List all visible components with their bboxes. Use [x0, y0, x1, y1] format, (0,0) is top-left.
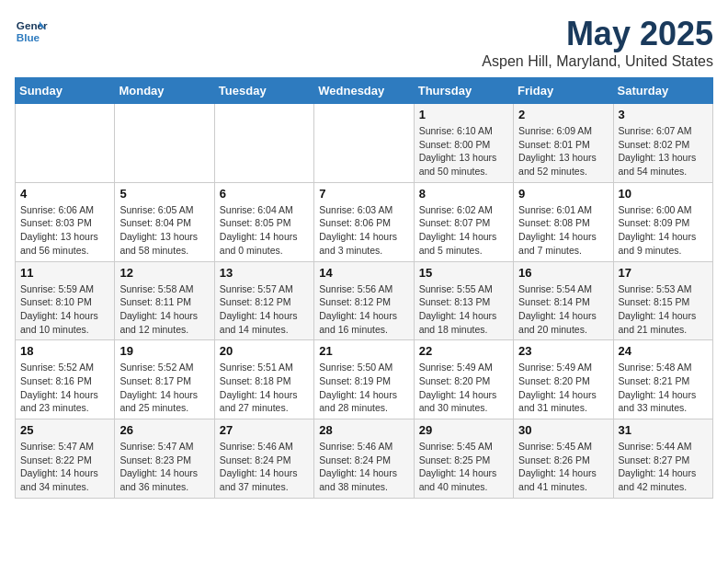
day-info: Sunrise: 5:51 AM Sunset: 8:18 PM Dayligh…	[220, 361, 309, 415]
day-info: Sunrise: 5:45 AM Sunset: 8:25 PM Dayligh…	[419, 440, 508, 494]
location-title: Aspen Hill, Maryland, United States	[482, 53, 713, 70]
day-number: 3	[619, 108, 708, 121]
day-info: Sunrise: 6:05 AM Sunset: 8:04 PM Dayligh…	[119, 203, 209, 258]
day-info: Sunrise: 5:52 AM Sunset: 8:16 PM Dayligh…	[20, 361, 109, 415]
day-number: 23	[518, 344, 608, 358]
day-info: Sunrise: 5:47 AM Sunset: 8:23 PM Dayligh…	[119, 440, 209, 494]
day-number: 6	[220, 187, 309, 201]
day-number: 7	[319, 187, 408, 201]
calendar-cell: 24Sunrise: 5:48 AM Sunset: 8:21 PM Dayli…	[613, 340, 712, 419]
day-info: Sunrise: 6:03 AM Sunset: 8:06 PM Dayligh…	[319, 203, 408, 258]
day-number: 13	[220, 266, 309, 280]
day-number: 29	[419, 423, 508, 437]
logo-icon: General Blue	[15, 15, 48, 48]
calendar-cell: 28Sunrise: 5:46 AM Sunset: 8:24 PM Dayli…	[314, 419, 414, 499]
calendar-cell: 18Sunrise: 5:52 AM Sunset: 8:16 PM Dayli…	[16, 340, 115, 419]
calendar-cell: 20Sunrise: 5:51 AM Sunset: 8:18 PM Dayli…	[214, 340, 313, 419]
calendar-cell: 23Sunrise: 5:49 AM Sunset: 8:20 PM Dayli…	[514, 340, 613, 419]
day-info: Sunrise: 5:47 AM Sunset: 8:22 PM Dayligh…	[20, 440, 109, 494]
calendar-cell: 9Sunrise: 6:01 AM Sunset: 8:08 PM Daylig…	[514, 182, 613, 261]
week-row-4: 18Sunrise: 5:52 AM Sunset: 8:16 PM Dayli…	[16, 340, 713, 419]
day-info: Sunrise: 5:54 AM Sunset: 8:14 PM Dayligh…	[518, 282, 608, 337]
day-info: Sunrise: 6:00 AM Sunset: 8:09 PM Dayligh…	[619, 203, 708, 258]
header: General Blue May 2025 Aspen Hill, Maryla…	[15, 15, 713, 70]
calendar-cell: 15Sunrise: 5:55 AM Sunset: 8:13 PM Dayli…	[414, 261, 513, 340]
calendar-cell: 13Sunrise: 5:57 AM Sunset: 8:12 PM Dayli…	[214, 261, 313, 340]
calendar-cell	[16, 104, 115, 183]
day-info: Sunrise: 5:52 AM Sunset: 8:17 PM Dayligh…	[119, 361, 209, 415]
day-number: 15	[419, 266, 508, 280]
day-number: 8	[419, 187, 508, 201]
calendar-cell	[115, 104, 214, 183]
day-info: Sunrise: 5:56 AM Sunset: 8:12 PM Dayligh…	[319, 282, 408, 337]
calendar-cell	[314, 104, 414, 183]
calendar-cell: 17Sunrise: 5:53 AM Sunset: 8:15 PM Dayli…	[613, 261, 712, 340]
day-info: Sunrise: 6:06 AM Sunset: 8:03 PM Dayligh…	[20, 203, 109, 258]
day-header-tuesday: Tuesday	[214, 78, 313, 104]
day-info: Sunrise: 5:57 AM Sunset: 8:12 PM Dayligh…	[220, 282, 309, 337]
day-number: 27	[220, 423, 309, 437]
day-info: Sunrise: 6:07 AM Sunset: 8:02 PM Dayligh…	[619, 124, 708, 178]
calendar-cell: 16Sunrise: 5:54 AM Sunset: 8:14 PM Dayli…	[514, 261, 613, 340]
day-info: Sunrise: 5:50 AM Sunset: 8:19 PM Dayligh…	[319, 361, 408, 415]
day-number: 16	[518, 266, 608, 280]
calendar-cell: 3Sunrise: 6:07 AM Sunset: 8:02 PM Daylig…	[613, 104, 712, 183]
day-info: Sunrise: 5:46 AM Sunset: 8:24 PM Dayligh…	[319, 440, 408, 494]
day-info: Sunrise: 5:45 AM Sunset: 8:26 PM Dayligh…	[518, 440, 608, 494]
day-number: 28	[319, 423, 408, 437]
day-number: 1	[419, 108, 508, 121]
calendar-cell: 11Sunrise: 5:59 AM Sunset: 8:10 PM Dayli…	[16, 261, 115, 340]
day-number: 19	[119, 344, 209, 358]
day-number: 10	[619, 187, 708, 201]
calendar-cell: 29Sunrise: 5:45 AM Sunset: 8:25 PM Dayli…	[414, 419, 513, 499]
logo: General Blue	[15, 15, 48, 48]
calendar-cell: 6Sunrise: 6:04 AM Sunset: 8:05 PM Daylig…	[214, 182, 313, 261]
day-info: Sunrise: 6:04 AM Sunset: 8:05 PM Dayligh…	[220, 203, 309, 258]
day-info: Sunrise: 5:58 AM Sunset: 8:11 PM Dayligh…	[119, 282, 209, 337]
week-row-1: 1Sunrise: 6:10 AM Sunset: 8:00 PM Daylig…	[16, 104, 713, 183]
calendar-cell: 27Sunrise: 5:46 AM Sunset: 8:24 PM Dayli…	[214, 419, 313, 499]
day-header-saturday: Saturday	[613, 78, 712, 104]
day-number: 2	[518, 108, 608, 121]
day-info: Sunrise: 5:46 AM Sunset: 8:24 PM Dayligh…	[220, 440, 309, 494]
day-info: Sunrise: 5:53 AM Sunset: 8:15 PM Dayligh…	[619, 282, 708, 337]
calendar-cell: 7Sunrise: 6:03 AM Sunset: 8:06 PM Daylig…	[314, 182, 414, 261]
calendar-table: SundayMondayTuesdayWednesdayThursdayFrid…	[15, 77, 713, 499]
calendar-cell: 10Sunrise: 6:00 AM Sunset: 8:09 PM Dayli…	[613, 182, 712, 261]
day-header-wednesday: Wednesday	[314, 78, 414, 104]
day-number: 24	[619, 344, 708, 358]
month-title: May 2025	[482, 15, 713, 53]
calendar-cell: 26Sunrise: 5:47 AM Sunset: 8:23 PM Dayli…	[115, 419, 214, 499]
calendar-cell: 22Sunrise: 5:49 AM Sunset: 8:20 PM Dayli…	[414, 340, 513, 419]
title-area: May 2025 Aspen Hill, Maryland, United St…	[482, 15, 713, 70]
day-number: 4	[20, 187, 109, 201]
day-number: 18	[20, 344, 109, 358]
day-number: 21	[319, 344, 408, 358]
calendar-cell: 8Sunrise: 6:02 AM Sunset: 8:07 PM Daylig…	[414, 182, 513, 261]
week-row-3: 11Sunrise: 5:59 AM Sunset: 8:10 PM Dayli…	[16, 261, 713, 340]
day-info: Sunrise: 5:44 AM Sunset: 8:27 PM Dayligh…	[619, 440, 708, 494]
day-number: 25	[20, 423, 109, 437]
week-row-2: 4Sunrise: 6:06 AM Sunset: 8:03 PM Daylig…	[16, 182, 713, 261]
calendar-cell: 5Sunrise: 6:05 AM Sunset: 8:04 PM Daylig…	[115, 182, 214, 261]
svg-text:Blue: Blue	[17, 31, 40, 43]
day-info: Sunrise: 6:10 AM Sunset: 8:00 PM Dayligh…	[419, 124, 508, 178]
calendar-cell: 30Sunrise: 5:45 AM Sunset: 8:26 PM Dayli…	[514, 419, 613, 499]
calendar-cell: 2Sunrise: 6:09 AM Sunset: 8:01 PM Daylig…	[514, 104, 613, 183]
day-info: Sunrise: 6:02 AM Sunset: 8:07 PM Dayligh…	[419, 203, 508, 258]
svg-text:General: General	[17, 19, 48, 31]
day-header-friday: Friday	[514, 78, 613, 104]
day-info: Sunrise: 6:09 AM Sunset: 8:01 PM Dayligh…	[518, 124, 608, 178]
calendar-cell: 25Sunrise: 5:47 AM Sunset: 8:22 PM Dayli…	[16, 419, 115, 499]
calendar-cell: 4Sunrise: 6:06 AM Sunset: 8:03 PM Daylig…	[16, 182, 115, 261]
day-header-sunday: Sunday	[16, 78, 115, 104]
day-number: 12	[119, 266, 209, 280]
day-header-monday: Monday	[115, 78, 214, 104]
day-number: 14	[319, 266, 408, 280]
calendar-header-row: SundayMondayTuesdayWednesdayThursdayFrid…	[16, 78, 713, 104]
day-number: 9	[518, 187, 608, 201]
week-row-5: 25Sunrise: 5:47 AM Sunset: 8:22 PM Dayli…	[16, 419, 713, 499]
day-info: Sunrise: 5:48 AM Sunset: 8:21 PM Dayligh…	[619, 361, 708, 415]
calendar-cell: 12Sunrise: 5:58 AM Sunset: 8:11 PM Dayli…	[115, 261, 214, 340]
calendar-cell: 14Sunrise: 5:56 AM Sunset: 8:12 PM Dayli…	[314, 261, 414, 340]
